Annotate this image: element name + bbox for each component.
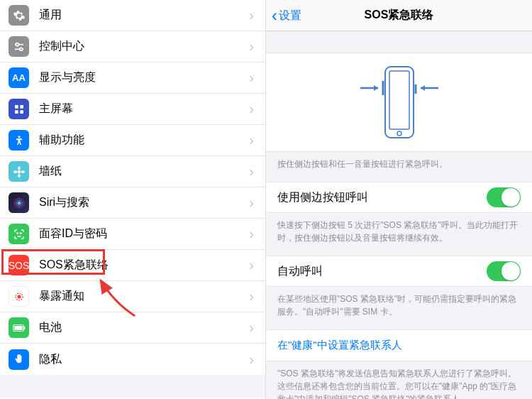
sliders-icon (9, 36, 29, 57)
svg-rect-24 (23, 326, 25, 329)
svg-point-3 (19, 48, 22, 50)
chevron-right-icon: › (249, 132, 254, 148)
svg-point-13 (18, 173, 21, 177)
auto-call-toggle[interactable] (487, 261, 521, 281)
siri-icon (9, 192, 29, 213)
row-control-center[interactable]: 控制中心 › (0, 31, 265, 62)
row-label: 面容ID与密码 (39, 226, 249, 241)
auto-call-footer: 在某些地区使用"SOS 紧急联络"时，可能仍需指定要呼叫的紧急服务。"自动呼叫"… (266, 287, 532, 329)
svg-rect-25 (14, 326, 22, 330)
row-battery[interactable]: 电池 › (0, 312, 265, 344)
back-label: 设置 (279, 9, 301, 23)
row-label: 电池 (39, 320, 249, 335)
svg-point-29 (397, 131, 401, 136)
svg-point-14 (13, 170, 17, 173)
row-faceid[interactable]: 面容ID与密码 › (0, 219, 265, 250)
row-label: Siri与搜索 (39, 195, 249, 210)
hand-icon (9, 349, 29, 370)
chevron-right-icon: › (249, 101, 254, 117)
chevron-left-icon: ‹ (272, 6, 277, 26)
chevron-right-icon: › (249, 319, 254, 336)
row-siri[interactable]: Siri与搜索 › (0, 187, 265, 219)
sos-icon: SOS (9, 255, 29, 275)
setting-label: 使用侧边按钮呼叫 (277, 190, 487, 205)
chevron-right-icon: › (249, 7, 254, 23)
svg-point-19 (17, 232, 18, 234)
side-button-row[interactable]: 使用侧边按钮呼叫 (266, 182, 532, 213)
link-label: 在"健康"中设置紧急联系人 (277, 339, 402, 351)
setting-label: 自动呼叫 (277, 264, 487, 279)
faceid-icon (9, 224, 29, 244)
chevron-right-icon: › (249, 257, 254, 273)
row-privacy[interactable]: 隐私 › (0, 344, 265, 375)
chevron-right-icon: › (249, 70, 254, 86)
footer-body: "SOS 紧急联络"将发送信息告知紧急联系人您进行了紧急呼叫。这些信息还将包含您… (277, 368, 516, 399)
flower-icon (9, 161, 29, 182)
health-footer: "SOS 紧急联络"将发送信息告知紧急联系人您进行了紧急呼叫。这些信息还将包含您… (266, 361, 532, 399)
illustration-caption: 按住侧边按钮和任一音量按钮进行紧急呼叫。 (266, 152, 532, 182)
chevron-right-icon: › (249, 163, 254, 180)
battery-icon (9, 317, 29, 338)
illustration (266, 53, 532, 152)
row-exposure[interactable]: 暴露通知 › (0, 281, 265, 312)
side-button-toggle[interactable] (487, 187, 521, 207)
row-accessibility[interactable]: 辅助功能 › (0, 125, 265, 156)
row-label: SOS紧急联络 (39, 258, 249, 273)
svg-point-11 (17, 170, 21, 173)
grid-icon (9, 99, 29, 119)
chevron-right-icon: › (249, 288, 254, 305)
svg-point-15 (21, 170, 24, 173)
svg-point-22 (17, 295, 21, 298)
svg-point-12 (18, 166, 21, 170)
auto-call-row[interactable]: 自动呼叫 (266, 256, 532, 287)
gear-icon (9, 5, 29, 26)
health-link[interactable]: 在"健康"中设置紧急联系人 (266, 329, 532, 361)
row-home-screen[interactable]: 主屏幕 › (0, 94, 265, 125)
chevron-right-icon: › (249, 351, 254, 368)
row-wallpaper[interactable]: 墙纸 › (0, 156, 265, 187)
side-button-footer: 快速按下侧边按钮 5 次进行"SOS 紧急联络"呼叫。当此功能打开时，按住侧边按… (266, 213, 532, 256)
svg-point-0 (16, 43, 18, 45)
row-label: 墙纸 (39, 164, 249, 179)
row-label: 隐私 (39, 352, 249, 367)
svg-rect-9 (20, 110, 23, 114)
back-button[interactable]: ‹ 设置 (272, 0, 301, 31)
settings-list: 通用 › 控制中心 › AA 显示与亮度 › 主屏幕 › 辅助功能 (0, 0, 266, 399)
svg-rect-28 (389, 71, 409, 129)
row-general[interactable]: 通用 › (0, 0, 265, 31)
svg-point-10 (18, 136, 20, 138)
svg-marker-32 (374, 85, 378, 91)
svg-rect-6 (15, 105, 18, 109)
chevron-right-icon: › (249, 38, 254, 55)
row-label: 主屏幕 (39, 102, 249, 116)
svg-marker-33 (421, 85, 425, 91)
svg-rect-8 (15, 110, 18, 114)
exposure-icon (9, 286, 29, 307)
row-label: 辅助功能 (39, 133, 249, 148)
svg-rect-7 (20, 105, 23, 109)
svg-point-18 (17, 201, 21, 204)
row-label: 显示与亮度 (39, 70, 249, 85)
svg-point-20 (20, 232, 21, 234)
page-title: SOS紧急联络 (365, 8, 434, 23)
row-label: 通用 (39, 8, 249, 23)
text-size-icon: AA (9, 67, 29, 88)
accessibility-icon (9, 130, 29, 151)
row-display[interactable]: AA 显示与亮度 › (0, 62, 265, 94)
nav-bar: ‹ 设置 SOS紧急联络 (266, 0, 532, 31)
row-label: 控制中心 (39, 39, 249, 54)
sos-detail: ‹ 设置 SOS紧急联络 按住侧边按钮和任一音量按钮进行紧急呼叫。 使用侧边按钮… (266, 0, 532, 399)
settings-group-1: 通用 › 控制中心 › AA 显示与亮度 › 主屏幕 › 辅助功能 (0, 0, 265, 375)
row-label: 暴露通知 (39, 289, 249, 304)
chevron-right-icon: › (249, 226, 254, 242)
row-sos[interactable]: SOS SOS紧急联络 › (0, 250, 265, 281)
chevron-right-icon: › (249, 195, 254, 211)
